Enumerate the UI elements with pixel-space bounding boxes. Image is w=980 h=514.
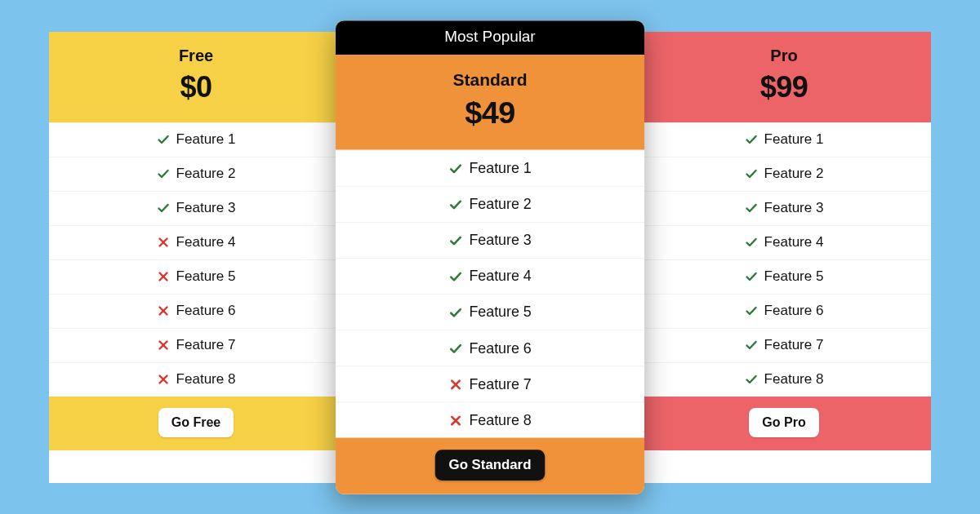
feature-label: Feature 3 <box>764 200 824 216</box>
feature-label: Feature 7 <box>176 337 236 353</box>
feature-row: Feature 1 <box>336 149 644 185</box>
check-icon <box>448 161 462 175</box>
feature-row: Feature 4 <box>637 225 931 259</box>
feature-row: Feature 6 <box>637 294 931 328</box>
feature-row: Feature 1 <box>637 122 931 157</box>
plan-price: $99 <box>645 70 923 104</box>
cross-icon <box>157 236 170 249</box>
feature-row: Feature 7 <box>637 328 931 362</box>
feature-label: Feature 6 <box>176 303 236 319</box>
check-icon <box>745 304 758 317</box>
feature-list: Feature 1Feature 2Feature 3Feature 4Feat… <box>637 122 931 397</box>
feature-label: Feature 5 <box>469 304 531 321</box>
check-icon <box>745 236 758 249</box>
feature-row: Feature 4 <box>336 258 644 294</box>
feature-row: Feature 4 <box>49 225 343 259</box>
feature-row: Feature 7 <box>336 366 644 401</box>
plan-name: Pro <box>645 47 923 65</box>
check-icon <box>448 233 462 247</box>
feature-row: Feature 8 <box>336 401 644 437</box>
feature-row: Feature 3 <box>637 191 931 225</box>
feature-label: Feature 4 <box>469 268 531 285</box>
feature-list: Feature 1Feature 2Feature 3Feature 4Feat… <box>336 149 644 437</box>
plan-footer: Go Pro <box>637 397 931 450</box>
feature-label: Feature 5 <box>764 268 824 285</box>
cross-icon <box>448 377 462 391</box>
plan-footer: Go Free <box>49 397 343 450</box>
feature-label: Feature 3 <box>176 200 236 216</box>
check-icon <box>745 373 758 386</box>
feature-label: Feature 6 <box>469 339 531 357</box>
feature-row: Feature 2 <box>336 185 644 221</box>
feature-label: Feature 8 <box>176 371 236 388</box>
feature-row: Feature 2 <box>637 157 931 191</box>
feature-row: Feature 5 <box>336 294 644 330</box>
check-icon <box>157 202 170 215</box>
plan-footer: Go Standard <box>336 437 644 494</box>
feature-label: Feature 1 <box>469 159 531 176</box>
feature-label: Feature 2 <box>176 166 236 182</box>
plan-price: $0 <box>57 70 335 104</box>
feature-row: Feature 6 <box>336 330 644 366</box>
feature-label: Feature 7 <box>469 375 531 392</box>
feature-row: Feature 6 <box>49 294 343 328</box>
cross-icon <box>157 339 170 352</box>
plan-name: Standard <box>345 70 636 90</box>
feature-label: Feature 1 <box>176 131 236 148</box>
feature-row: Feature 5 <box>637 259 931 294</box>
cta-pro-button[interactable]: Go Pro <box>749 408 818 437</box>
feature-label: Feature 4 <box>764 234 824 250</box>
feature-row: Feature 3 <box>49 191 343 225</box>
most-popular-badge: Most Popular <box>336 20 644 55</box>
feature-row: Feature 5 <box>49 259 343 294</box>
cta-standard-button[interactable]: Go Standard <box>435 450 545 481</box>
feature-label: Feature 4 <box>176 234 236 250</box>
check-icon <box>448 197 462 211</box>
feature-label: Feature 3 <box>469 232 531 249</box>
feature-row: Feature 2 <box>49 157 343 191</box>
check-icon <box>745 167 758 180</box>
cta-free-button[interactable]: Go Free <box>158 408 234 437</box>
check-icon <box>745 202 758 215</box>
plan-header: Free$0 <box>49 32 343 122</box>
check-icon <box>745 270 758 283</box>
feature-row: Feature 7 <box>49 328 343 362</box>
check-icon <box>448 305 462 319</box>
feature-label: Feature 7 <box>764 337 824 353</box>
check-icon <box>745 133 758 146</box>
check-icon <box>157 167 170 180</box>
cross-icon <box>157 373 170 386</box>
feature-label: Feature 1 <box>764 131 824 148</box>
feature-row: Feature 8 <box>49 362 343 397</box>
feature-row: Feature 3 <box>336 221 644 257</box>
feature-row: Feature 1 <box>49 122 343 157</box>
feature-label: Feature 8 <box>469 411 531 428</box>
feature-label: Feature 6 <box>764 303 824 319</box>
plan-header: Standard$49 <box>336 55 644 150</box>
check-icon <box>448 341 462 355</box>
plan-standard: Most PopularStandard$49Feature 1Feature … <box>336 20 644 494</box>
cross-icon <box>448 413 462 427</box>
plan-name: Free <box>57 47 335 65</box>
pricing-table: Free$0Feature 1Feature 2Feature 3Feature… <box>49 32 931 483</box>
feature-label: Feature 2 <box>764 166 824 182</box>
plan-price: $49 <box>345 95 636 131</box>
plan-free: Free$0Feature 1Feature 2Feature 3Feature… <box>49 32 343 483</box>
cross-icon <box>157 304 170 317</box>
check-icon <box>448 269 462 283</box>
check-icon <box>745 339 758 352</box>
plan-pro: Pro$99Feature 1Feature 2Feature 3Feature… <box>637 32 931 483</box>
feature-label: Feature 2 <box>469 195 531 212</box>
feature-label: Feature 5 <box>176 268 236 285</box>
feature-label: Feature 8 <box>764 371 824 388</box>
feature-list: Feature 1Feature 2Feature 3Feature 4Feat… <box>49 122 343 397</box>
cross-icon <box>157 270 170 283</box>
check-icon <box>157 133 170 146</box>
feature-row: Feature 8 <box>637 362 931 397</box>
plan-header: Pro$99 <box>637 32 931 122</box>
